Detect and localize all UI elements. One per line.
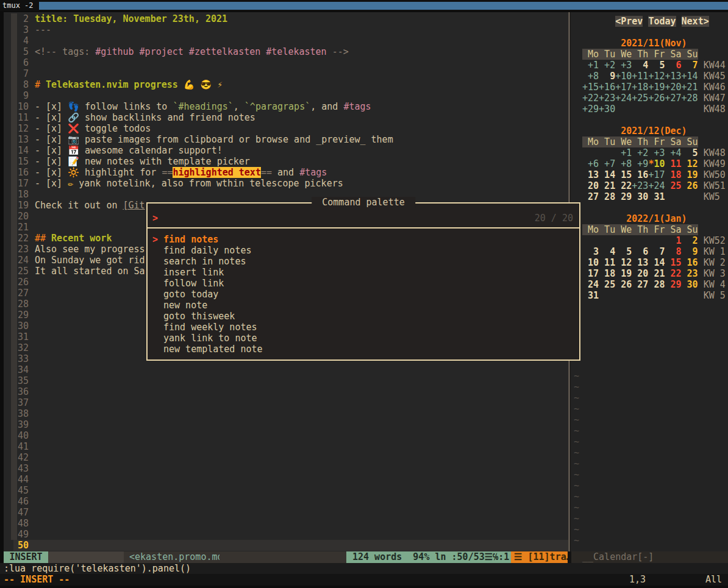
calendar-day[interactable]: +15	[582, 82, 599, 93]
calendar-day[interactable]: 21	[648, 268, 665, 279]
calendar-day[interactable]: +13	[665, 71, 681, 82]
calendar-day[interactable]: +24	[648, 180, 665, 191]
palette-item[interactable]: follow link	[152, 278, 224, 289]
editor-line[interactable]: 7	[4, 68, 569, 79]
calendar-day[interactable]: +1	[582, 60, 599, 71]
calendar-day[interactable]: +11	[632, 71, 648, 82]
palette-item[interactable]: yank link to note	[152, 333, 257, 344]
calendar-day[interactable]: 27	[632, 279, 648, 290]
calendar-day[interactable]: 5	[682, 147, 698, 158]
palette-item[interactable]: find daily notes	[152, 245, 252, 256]
calendar-day[interactable]: +27	[665, 93, 681, 104]
calendar-day[interactable]: 13	[582, 169, 599, 180]
calendar-day[interactable]: 10	[582, 257, 599, 268]
calendar-today-button[interactable]: Today	[648, 16, 676, 27]
palette-item[interactable]: new templated note	[152, 344, 263, 355]
calendar-day[interactable]: 12	[615, 257, 632, 268]
calendar-day[interactable]: 31	[648, 191, 665, 202]
calendar-day[interactable]: +16	[599, 82, 615, 93]
editor-line[interactable]: 35	[4, 375, 569, 386]
calendar-day[interactable]: +17	[615, 82, 632, 93]
calendar-day[interactable]: 21	[599, 180, 615, 191]
calendar-day[interactable]: 15	[665, 257, 681, 268]
calendar-day[interactable]: 28	[648, 279, 665, 290]
palette-item[interactable]: >find notes	[152, 234, 218, 245]
editor-line[interactable]: 34	[4, 364, 569, 375]
editor-line[interactable]: 36	[4, 386, 569, 397]
calendar-day[interactable]: 22	[665, 268, 681, 279]
calendar-day[interactable]: 25	[665, 180, 681, 191]
calendar-day[interactable]: 20	[582, 180, 599, 191]
calendar-day[interactable]: +22	[582, 93, 599, 104]
editor-line[interactable]: 38	[4, 408, 569, 419]
editor-line[interactable]: 48	[4, 518, 569, 529]
editor-line[interactable]: 3---	[4, 24, 569, 35]
editor-line[interactable]: 5<!-- tags: #github #project #zettelkast…	[4, 46, 569, 57]
calendar-day[interactable]: 29	[665, 279, 681, 290]
calendar-day[interactable]: +25	[632, 93, 648, 104]
editor-line[interactable]: 2title: Tuesday, November 23th, 2021	[4, 13, 569, 24]
editor-line[interactable]: 17- [x] ✏ yank notelink, also from wthin…	[4, 178, 569, 189]
calendar-day[interactable]: +3	[615, 60, 632, 71]
palette-item[interactable]: goto today	[152, 289, 218, 300]
calendar-day[interactable]: +29	[582, 104, 599, 115]
calendar-day[interactable]: 16	[632, 169, 648, 180]
calendar-pane[interactable]: <Prev Today Next> 2021/11(Nov) Mo Tu We …	[571, 12, 728, 551]
calendar-day[interactable]: 8	[665, 246, 681, 257]
palette-item[interactable]: search in notes	[152, 256, 246, 267]
calendar-day[interactable]: 13	[632, 257, 648, 268]
calendar-day[interactable]: 17	[582, 268, 599, 279]
calendar-day[interactable]: +30	[599, 104, 615, 115]
calendar-day[interactable]: +23	[599, 93, 615, 104]
calendar-day[interactable]: 23	[682, 268, 698, 279]
palette-item[interactable]: find weekly notes	[152, 322, 257, 333]
editor-line[interactable]: 42	[4, 452, 569, 463]
calendar-day[interactable]: 25	[599, 279, 615, 290]
editor-line[interactable]: 45	[4, 485, 569, 496]
calendar-day[interactable]: 15	[615, 169, 632, 180]
calendar-day[interactable]: 24	[582, 279, 599, 290]
editor-line[interactable]: 9	[4, 90, 569, 101]
calendar-day[interactable]: 9	[682, 246, 698, 257]
calendar-day[interactable]: 30	[682, 279, 698, 290]
calendar-day[interactable]: 11	[665, 158, 681, 169]
calendar-day[interactable]: 2	[682, 235, 698, 246]
editor-line[interactable]: 15- [x] 📝 new notes with template picker	[4, 156, 569, 167]
calendar-day[interactable]: 6	[632, 246, 648, 257]
calendar-day[interactable]: 1	[665, 235, 681, 246]
calendar-next-button[interactable]: Next>	[682, 16, 709, 27]
calendar-day[interactable]: +12	[648, 71, 665, 82]
calendar-day[interactable]: 4	[632, 60, 648, 71]
calendar-day[interactable]: +20	[665, 82, 681, 93]
editor-line[interactable]: 39	[4, 419, 569, 430]
calendar-day[interactable]: +19	[648, 82, 665, 93]
calendar-day[interactable]: 12	[682, 158, 698, 169]
editor-line[interactable]: 43	[4, 463, 569, 474]
calendar-day[interactable]: 6	[665, 60, 681, 71]
calendar-day[interactable]: 22	[615, 180, 632, 191]
calendar-day[interactable]: 18	[665, 169, 681, 180]
editor-line[interactable]: 18	[4, 189, 569, 200]
calendar-day[interactable]: +26	[648, 93, 665, 104]
editor-line[interactable]: 10- [x] 👣 follow links to `#headings`, `…	[4, 101, 569, 112]
calendar-day[interactable]: 4	[599, 246, 615, 257]
calendar-day[interactable]: 26	[615, 279, 632, 290]
calendar-day[interactable]: +23	[632, 180, 648, 191]
calendar-day[interactable]: +18	[632, 82, 648, 93]
calendar-day[interactable]: 19	[682, 169, 698, 180]
calendar-day[interactable]: 28	[599, 191, 615, 202]
calendar-day[interactable]: +2	[632, 147, 648, 158]
calendar-day[interactable]: 14	[648, 257, 665, 268]
calendar-day[interactable]: +21	[682, 82, 698, 93]
palette-item[interactable]: new note	[152, 300, 207, 311]
calendar-day[interactable]: +14	[682, 71, 698, 82]
calendar-day[interactable]: +1	[615, 147, 632, 158]
palette-item[interactable]: insert link	[152, 267, 224, 278]
palette-search-input[interactable]	[163, 205, 512, 225]
editor-line[interactable]: 49	[4, 529, 569, 540]
editor-line[interactable]: 14- [x] 📅 awesome calendar support!	[4, 145, 569, 156]
calendar-day[interactable]: 14	[599, 169, 615, 180]
calendar-day[interactable]: 5	[615, 246, 632, 257]
calendar-day[interactable]: +28	[682, 93, 698, 104]
calendar-day[interactable]: +8	[615, 158, 632, 169]
